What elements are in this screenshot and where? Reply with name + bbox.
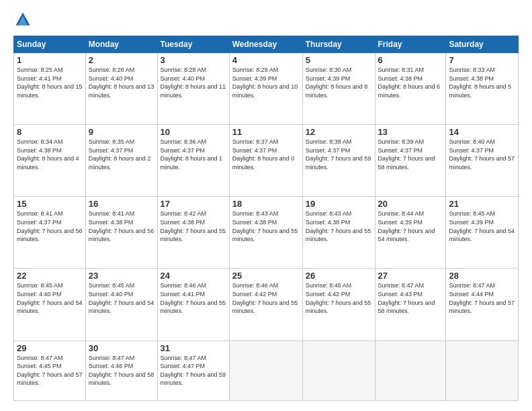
day-number: 29: [17, 343, 83, 353]
table-row: 22 Sunrise: 8:45 AM Sunset: 4:40 PM Dayl…: [14, 269, 86, 340]
table-row: 26 Sunrise: 8:46 AM Sunset: 4:42 PM Dayl…: [302, 269, 375, 340]
day-number: 14: [449, 127, 515, 137]
day-number: 27: [378, 271, 443, 281]
table-row: 1 Sunrise: 8:25 AM Sunset: 4:41 PM Dayli…: [14, 53, 86, 125]
day-info: Sunrise: 8:36 AM Sunset: 4:37 PM Dayligh…: [161, 138, 226, 171]
day-number: 15: [17, 199, 83, 209]
table-row: 30 Sunrise: 8:47 AM Sunset: 4:46 PM Dayl…: [85, 340, 157, 400]
day-number: 22: [17, 271, 83, 281]
day-info: Sunrise: 8:43 AM Sunset: 4:38 PM Dayligh…: [232, 210, 300, 243]
header-monday: Monday: [85, 36, 157, 53]
day-number: 25: [232, 271, 300, 281]
day-number: 4: [232, 55, 300, 65]
table-row: 7 Sunrise: 8:33 AM Sunset: 4:38 PM Dayli…: [446, 53, 519, 125]
header-saturday: Saturday: [446, 36, 519, 53]
day-info: Sunrise: 8:43 AM Sunset: 4:38 PM Dayligh…: [306, 210, 372, 243]
table-row: 12 Sunrise: 8:38 AM Sunset: 4:37 PM Dayl…: [302, 125, 375, 197]
table-row: [302, 340, 375, 400]
day-info: Sunrise: 8:26 AM Sunset: 4:40 PM Dayligh…: [89, 66, 154, 99]
logo-icon: [13, 10, 32, 29]
day-info: Sunrise: 8:34 AM Sunset: 4:38 PM Dayligh…: [17, 138, 83, 171]
day-number: 3: [161, 55, 226, 65]
day-info: Sunrise: 8:46 AM Sunset: 4:42 PM Dayligh…: [232, 281, 300, 315]
header-tuesday: Tuesday: [157, 36, 229, 53]
day-info: Sunrise: 8:46 AM Sunset: 4:42 PM Dayligh…: [306, 281, 372, 315]
day-info: Sunrise: 8:38 AM Sunset: 4:37 PM Dayligh…: [306, 138, 372, 171]
table-row: 2 Sunrise: 8:26 AM Sunset: 4:40 PM Dayli…: [85, 53, 157, 125]
day-info: Sunrise: 8:46 AM Sunset: 4:41 PM Dayligh…: [161, 281, 226, 315]
day-number: 19: [306, 199, 372, 209]
table-row: 10 Sunrise: 8:36 AM Sunset: 4:37 PM Dayl…: [157, 125, 229, 197]
table-row: 24 Sunrise: 8:46 AM Sunset: 4:41 PM Dayl…: [157, 269, 229, 340]
day-number: 7: [449, 55, 515, 65]
table-row: 18 Sunrise: 8:43 AM Sunset: 4:38 PM Dayl…: [229, 197, 302, 269]
table-row: 31 Sunrise: 8:47 AM Sunset: 4:47 PM Dayl…: [157, 340, 229, 400]
table-row: 23 Sunrise: 8:45 AM Sunset: 4:40 PM Dayl…: [85, 269, 157, 340]
table-row: 6 Sunrise: 8:31 AM Sunset: 4:38 PM Dayli…: [375, 53, 446, 125]
day-number: 21: [449, 199, 515, 209]
day-info: Sunrise: 8:29 AM Sunset: 4:39 PM Dayligh…: [232, 66, 300, 99]
calendar-week-row: 29 Sunrise: 8:47 AM Sunset: 4:45 PM Dayl…: [14, 340, 519, 400]
day-number: 12: [306, 127, 372, 137]
table-row: 9 Sunrise: 8:35 AM Sunset: 4:37 PM Dayli…: [85, 125, 157, 197]
header-thursday: Thursday: [302, 36, 375, 53]
day-number: 8: [17, 127, 83, 137]
calendar: Sunday Monday Tuesday Wednesday Thursday…: [13, 36, 519, 401]
day-info: Sunrise: 8:40 AM Sunset: 4:37 PM Dayligh…: [449, 138, 515, 171]
table-row: 19 Sunrise: 8:43 AM Sunset: 4:38 PM Dayl…: [302, 197, 375, 269]
table-row: 28 Sunrise: 8:47 AM Sunset: 4:44 PM Dayl…: [446, 269, 519, 340]
calendar-week-row: 1 Sunrise: 8:25 AM Sunset: 4:41 PM Dayli…: [14, 53, 519, 125]
table-row: [229, 340, 302, 400]
day-info: Sunrise: 8:42 AM Sunset: 4:38 PM Dayligh…: [161, 210, 226, 243]
day-info: Sunrise: 8:30 AM Sunset: 4:39 PM Dayligh…: [306, 66, 372, 99]
table-row: 15 Sunrise: 8:41 AM Sunset: 4:37 PM Dayl…: [14, 197, 86, 269]
table-row: 14 Sunrise: 8:40 AM Sunset: 4:37 PM Dayl…: [446, 125, 519, 197]
day-number: 31: [161, 343, 226, 353]
day-number: 11: [232, 127, 300, 137]
day-number: 17: [161, 199, 226, 209]
table-row: 17 Sunrise: 8:42 AM Sunset: 4:38 PM Dayl…: [157, 197, 229, 269]
day-info: Sunrise: 8:41 AM Sunset: 4:38 PM Dayligh…: [89, 210, 154, 243]
day-info: Sunrise: 8:45 AM Sunset: 4:39 PM Dayligh…: [449, 210, 515, 243]
day-number: 10: [161, 127, 226, 137]
day-info: Sunrise: 8:47 AM Sunset: 4:43 PM Dayligh…: [378, 281, 443, 315]
day-info: Sunrise: 8:41 AM Sunset: 4:37 PM Dayligh…: [17, 210, 83, 243]
day-info: Sunrise: 8:25 AM Sunset: 4:41 PM Dayligh…: [17, 66, 83, 99]
day-info: Sunrise: 8:28 AM Sunset: 4:40 PM Dayligh…: [161, 66, 226, 99]
header-wednesday: Wednesday: [229, 36, 302, 53]
day-info: Sunrise: 8:31 AM Sunset: 4:38 PM Dayligh…: [378, 66, 443, 99]
table-row: 27 Sunrise: 8:47 AM Sunset: 4:43 PM Dayl…: [375, 269, 446, 340]
header-friday: Friday: [375, 36, 446, 53]
day-number: 26: [306, 271, 372, 281]
day-info: Sunrise: 8:37 AM Sunset: 4:37 PM Dayligh…: [232, 138, 300, 171]
header: [13, 10, 519, 29]
calendar-week-row: 22 Sunrise: 8:45 AM Sunset: 4:40 PM Dayl…: [14, 269, 519, 340]
table-row: 20 Sunrise: 8:44 AM Sunset: 4:39 PM Dayl…: [375, 197, 446, 269]
table-row: [446, 340, 519, 400]
day-info: Sunrise: 8:33 AM Sunset: 4:38 PM Dayligh…: [449, 66, 515, 99]
day-info: Sunrise: 8:45 AM Sunset: 4:40 PM Dayligh…: [17, 281, 83, 315]
table-row: 13 Sunrise: 8:39 AM Sunset: 4:37 PM Dayl…: [375, 125, 446, 197]
table-row: 3 Sunrise: 8:28 AM Sunset: 4:40 PM Dayli…: [157, 53, 229, 125]
day-number: 30: [89, 343, 154, 353]
day-info: Sunrise: 8:35 AM Sunset: 4:37 PM Dayligh…: [89, 138, 154, 171]
table-row: 8 Sunrise: 8:34 AM Sunset: 4:38 PM Dayli…: [14, 125, 86, 197]
header-sunday: Sunday: [14, 36, 86, 53]
calendar-week-row: 8 Sunrise: 8:34 AM Sunset: 4:38 PM Dayli…: [14, 125, 519, 197]
day-info: Sunrise: 8:47 AM Sunset: 4:47 PM Dayligh…: [161, 354, 226, 387]
table-row: [375, 340, 446, 400]
day-number: 9: [89, 127, 154, 137]
day-info: Sunrise: 8:47 AM Sunset: 4:44 PM Dayligh…: [449, 281, 515, 315]
day-number: 6: [378, 55, 443, 65]
day-info: Sunrise: 8:47 AM Sunset: 4:45 PM Dayligh…: [17, 354, 83, 387]
day-info: Sunrise: 8:45 AM Sunset: 4:40 PM Dayligh…: [89, 281, 154, 315]
calendar-week-row: 15 Sunrise: 8:41 AM Sunset: 4:37 PM Dayl…: [14, 197, 519, 269]
day-number: 18: [232, 199, 300, 209]
day-info: Sunrise: 8:47 AM Sunset: 4:46 PM Dayligh…: [89, 354, 154, 387]
day-number: 5: [306, 55, 372, 65]
day-number: 28: [449, 271, 515, 281]
day-number: 2: [89, 55, 154, 65]
day-info: Sunrise: 8:44 AM Sunset: 4:39 PM Dayligh…: [378, 210, 443, 243]
table-row: 11 Sunrise: 8:37 AM Sunset: 4:37 PM Dayl…: [229, 125, 302, 197]
logo: [13, 10, 35, 29]
